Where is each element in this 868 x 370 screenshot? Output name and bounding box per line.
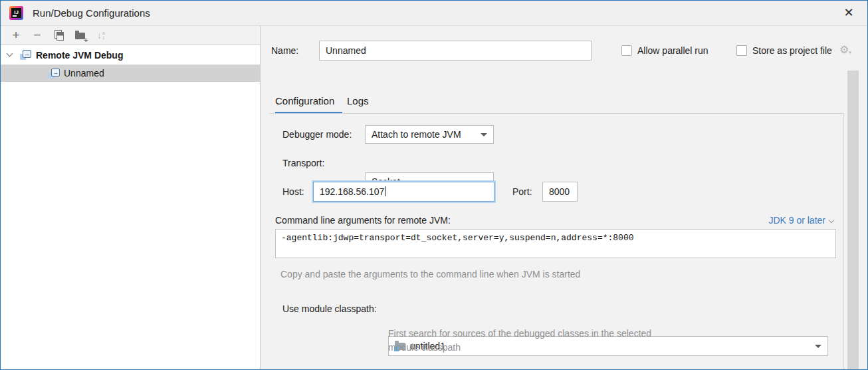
close-icon[interactable]: ✕ — [834, 1, 863, 25]
sort-az-icon: ↓ az — [97, 31, 105, 40]
cmdline-hint: Copy and paste the arguments to the comm… — [280, 268, 580, 281]
sidebar-toolbar: + − + ↓ az — [1, 26, 260, 45]
remove-icon: − — [33, 29, 41, 41]
window-title: Run/Debug Configurations — [33, 1, 150, 25]
add-configuration-button[interactable]: + — [7, 28, 25, 43]
content-edge-line — [843, 113, 844, 369]
tree-item-unnamed[interactable]: → Unnamed — [1, 65, 260, 82]
new-folder-icon: + — [75, 33, 85, 39]
remote-jvm-debug-icon: → — [20, 50, 31, 60]
allow-parallel-run-checkbox[interactable] — [621, 45, 632, 56]
name-input[interactable]: Unnamed — [319, 41, 592, 61]
dropdown-arrow-icon — [815, 345, 821, 348]
debugger-mode-label: Debugger mode: — [282, 125, 352, 144]
tab-separator-line — [269, 113, 843, 114]
transport-label: Transport: — [282, 154, 324, 172]
remove-configuration-button[interactable]: − — [29, 28, 46, 43]
copy-configuration-button[interactable] — [50, 28, 67, 43]
cmdline-arguments-field[interactable]: -agentlib:jdwp=transport=dt_socket,serve… — [275, 229, 836, 258]
run-debug-configurations-dialog: IJ Run/Debug Configurations ✕ + − + ↓ az — [0, 0, 868, 370]
tab-configuration[interactable]: Configuration — [275, 92, 334, 110]
module-classpath-hint-line2: module classpath — [388, 341, 461, 355]
sort-configurations-button[interactable]: ↓ az — [92, 28, 110, 43]
chevron-down-icon — [829, 218, 834, 223]
host-value: 192.168.56.107 — [320, 186, 384, 197]
module-classpath-label: Use module classpath: — [282, 299, 377, 319]
debugger-mode-value: Attach to remote JVM — [372, 129, 461, 140]
chevron-down-icon[interactable] — [7, 51, 13, 57]
configuration-editor-panel: Name: Unnamed Allow parallel run Store a… — [261, 26, 868, 369]
remote-jvm-debug-icon: → — [49, 69, 60, 79]
title-bar: IJ Run/Debug Configurations ✕ — [1, 1, 867, 26]
tree-item-label: Unnamed — [64, 68, 104, 79]
host-input[interactable]: 192.168.56.107 — [313, 182, 494, 202]
dropdown-arrow-icon — [481, 133, 487, 136]
port-label: Port: — [512, 182, 532, 202]
store-as-project-file-checkbox[interactable] — [736, 45, 747, 56]
add-icon: + — [12, 29, 19, 41]
gear-icon[interactable]: ⚙▾ — [839, 45, 851, 58]
name-label: Name: — [271, 41, 298, 61]
vertical-scrollbar-thumb[interactable] — [847, 71, 859, 369]
cmdline-label: Command line arguments for remote JVM: — [275, 213, 451, 228]
jdk-version-selector[interactable]: JDK 9 or later — [768, 213, 833, 228]
text-caret — [385, 186, 385, 196]
allow-parallel-run-label: Allow parallel run — [637, 44, 708, 57]
copy-icon — [54, 30, 64, 40]
store-as-project-file-label: Store as project file — [752, 44, 832, 57]
module-classpath-hint-line1: First search for sources of the debugged… — [388, 327, 651, 341]
host-label: Host: — [282, 182, 304, 202]
configurations-sidebar: + − + ↓ az → Remote — [1, 26, 261, 369]
jdk-version-label: JDK 9 or later — [768, 215, 825, 226]
intellij-logo-text: IJ — [11, 8, 21, 18]
tab-logs[interactable]: Logs — [347, 92, 369, 110]
port-input[interactable]: 8000 — [542, 182, 578, 202]
tree-group-label: Remote JVM Debug — [36, 50, 123, 61]
debugger-mode-select[interactable]: Attach to remote JVM — [365, 125, 494, 144]
new-folder-button[interactable]: + — [71, 28, 88, 43]
intellij-logo-icon: IJ — [9, 6, 23, 20]
tree-group-remote-jvm-debug[interactable]: → Remote JVM Debug — [1, 45, 260, 65]
